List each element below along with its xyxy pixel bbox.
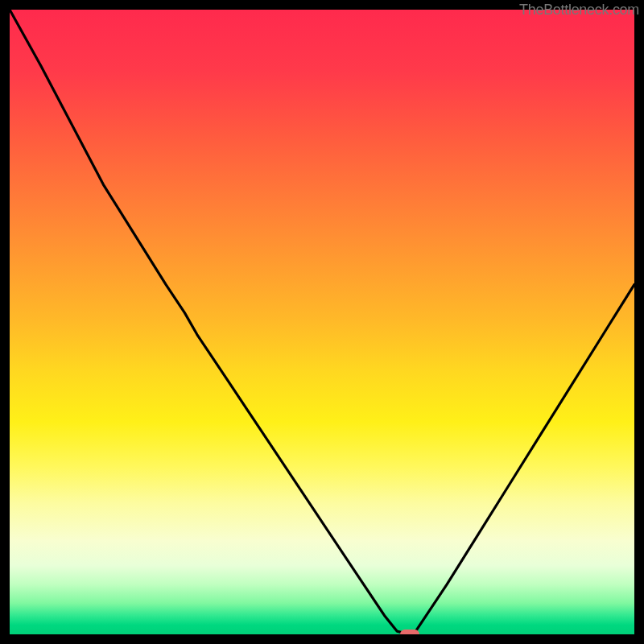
bottleneck-chart: TheBottleneck.com	[0, 0, 644, 644]
curve-layer	[10, 10, 634, 634]
optimal-marker	[400, 630, 419, 634]
attribution-label: TheBottleneck.com	[519, 2, 639, 19]
bottleneck-curve	[10, 10, 634, 634]
plot-area	[10, 10, 634, 634]
